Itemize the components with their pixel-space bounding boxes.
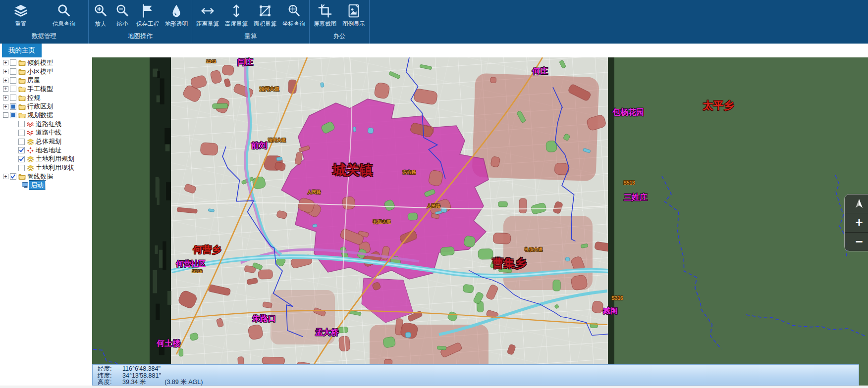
tree-item-label[interactable]: 道路中线 bbox=[34, 128, 63, 137]
layers-icon bbox=[26, 155, 34, 162]
toolbar-button-label: 坐标查询 bbox=[282, 20, 305, 28]
toolbar-button-label: 缩小 bbox=[117, 20, 128, 28]
layer-checkbox[interactable] bbox=[10, 103, 16, 110]
toolbar-button-distance-arrow[interactable]: 距离量算 bbox=[193, 0, 222, 31]
toolbar-button-zoom-in[interactable]: 放大 bbox=[90, 0, 111, 31]
tree-item-5[interactable]: +控规 bbox=[0, 94, 92, 102]
tree-item-label[interactable]: 地名地址 bbox=[34, 146, 63, 155]
tree-item-label[interactable]: 手工模型 bbox=[26, 85, 54, 94]
tree-item-14[interactable]: +管线数据 bbox=[0, 172, 92, 181]
toolbar-group-3: 距离量算高度量算面积量算坐标查询量算 bbox=[192, 0, 310, 44]
tree-item-label[interactable]: 行政区划 bbox=[26, 102, 54, 111]
area-polygon-icon bbox=[257, 3, 273, 19]
legend-image-icon bbox=[346, 3, 362, 19]
toolbar-button-legend-image[interactable]: 图例显示 bbox=[339, 0, 368, 31]
tree-item-label[interactable]: 倾斜模型 bbox=[26, 58, 54, 67]
layers-icon bbox=[26, 164, 34, 171]
tree-item-13[interactable]: 土地利用现状 bbox=[0, 163, 92, 172]
toolbar-button-area-polygon[interactable]: 面积量算 bbox=[251, 0, 279, 31]
expander-icon[interactable]: + bbox=[3, 69, 8, 74]
toolbar-group-label: 办公 bbox=[311, 31, 368, 44]
layer-checkbox[interactable] bbox=[18, 165, 25, 171]
toolbar-button-droplet[interactable]: 地形透明 bbox=[162, 0, 191, 31]
gis-application-window: 重置信息查询数据管理放大缩小保存工程地形透明地图操作距离量算高度量算面积量算坐标… bbox=[0, 0, 868, 388]
toolbar-button-label: 放大 bbox=[95, 20, 107, 28]
layer-checkbox[interactable] bbox=[10, 77, 16, 84]
tree-item-10[interactable]: 总体规划 bbox=[0, 137, 92, 146]
distance-arrow-icon bbox=[200, 3, 216, 19]
layer-checkbox[interactable] bbox=[18, 130, 25, 136]
tree-item-3[interactable]: +房屋 bbox=[0, 76, 92, 85]
toolbar-button-height-arrow[interactable]: 高度量算 bbox=[222, 0, 251, 31]
tree-item-8[interactable]: 道路红线 bbox=[0, 120, 92, 129]
expander-icon[interactable]: + bbox=[3, 78, 8, 83]
expander-icon[interactable]: + bbox=[3, 95, 8, 100]
tree-item-label[interactable]: 小区模型 bbox=[26, 67, 54, 76]
toolbar-button-label: 重置 bbox=[15, 20, 27, 28]
tree-item-label[interactable]: 总体规划 bbox=[34, 137, 63, 146]
layer-checkbox[interactable] bbox=[10, 86, 16, 92]
toolbar-group-4: 屏幕截图图例显示办公 bbox=[310, 0, 370, 44]
tree-item-7[interactable]: −规划数据 bbox=[0, 111, 92, 120]
folder-icon bbox=[18, 95, 26, 101]
tree-item-2[interactable]: +小区模型 bbox=[0, 67, 92, 76]
layer-checkbox[interactable] bbox=[18, 156, 25, 162]
layer-checkbox[interactable] bbox=[10, 173, 16, 180]
tree-item-label[interactable]: 控规 bbox=[26, 94, 42, 102]
status-latitude: 纬度: 34°13'58.881" bbox=[98, 373, 859, 380]
content-area: +倾斜模型+小区模型+房屋+手工模型+控规+行政区划−规划数据道路红线道路中线总… bbox=[0, 57, 868, 388]
toolbar-button-zoom-out[interactable]: 缩小 bbox=[111, 0, 133, 31]
toolbar-button-crop[interactable]: 屏幕截图 bbox=[311, 0, 339, 31]
tree-item-15[interactable]: 启动 bbox=[0, 181, 92, 190]
layer-checkbox[interactable] bbox=[18, 139, 25, 145]
tree-item-label[interactable]: 规划数据 bbox=[26, 111, 54, 120]
tree-item-11[interactable]: 地名地址 bbox=[0, 146, 92, 155]
tree-item-label[interactable]: 土地利用现状 bbox=[34, 163, 76, 172]
layers-icon bbox=[13, 3, 29, 19]
expander-icon[interactable]: + bbox=[3, 86, 8, 92]
toolbar-button-label: 高度量算 bbox=[225, 20, 248, 28]
folder-icon bbox=[18, 59, 26, 66]
status-longitude: 经度: 116°6'48.384" bbox=[98, 366, 859, 373]
expander-icon[interactable]: + bbox=[3, 60, 8, 65]
toolbar-button-search[interactable]: 信息查询 bbox=[41, 0, 87, 31]
toolbar-button-label: 信息查询 bbox=[53, 20, 75, 28]
toolbar-group-2: 放大缩小保存工程地形透明地图操作 bbox=[89, 0, 192, 44]
latitude-label: 纬度: bbox=[98, 373, 118, 380]
folder-icon bbox=[18, 77, 26, 84]
map-viewport[interactable]: 闫庄2343浍河大道何庄太平乡包杨花园前刘浍河大道城关镇S513三姓庄人民路人民… bbox=[92, 57, 868, 388]
layer-checkbox[interactable] bbox=[10, 59, 16, 66]
layer-checkbox[interactable] bbox=[10, 112, 16, 118]
toolbar-group-label: 量算 bbox=[193, 31, 308, 44]
tree-item-9[interactable]: 道路中线 bbox=[0, 129, 92, 138]
toolbar-button-coordinate-search[interactable]: 坐标查询 bbox=[279, 0, 308, 31]
tree-item-label[interactable]: 管线数据 bbox=[26, 172, 54, 181]
tree-item-label[interactable]: 启动 bbox=[29, 181, 45, 190]
window-bottom-edge bbox=[0, 386, 868, 388]
tree-item-label[interactable]: 道路红线 bbox=[34, 120, 63, 129]
expander-icon[interactable]: − bbox=[3, 112, 8, 118]
zoom-in-icon bbox=[93, 3, 108, 19]
layer-checkbox[interactable] bbox=[18, 121, 25, 127]
tree-item-label[interactable]: 房屋 bbox=[26, 76, 42, 85]
tree-item-6[interactable]: +行政区划 bbox=[0, 102, 92, 111]
longitude-value: 116°6'48.384" bbox=[122, 366, 161, 373]
tree-item-12[interactable]: 土地利用规划 bbox=[0, 155, 92, 164]
toolbar-button-flag[interactable]: 保存工程 bbox=[133, 0, 162, 31]
compass-button[interactable] bbox=[845, 194, 868, 213]
toolbar-group-1: 重置信息查询数据管理 bbox=[0, 0, 89, 44]
tree-item-1[interactable]: +倾斜模型 bbox=[0, 58, 92, 67]
zoom-in-button[interactable]: + bbox=[845, 213, 868, 232]
expander-icon[interactable]: + bbox=[3, 104, 8, 109]
toolbar-button-layers[interactable]: 重置 bbox=[1, 0, 41, 31]
tree-item-4[interactable]: +手工模型 bbox=[0, 85, 92, 94]
tree-item-label[interactable]: 土地利用规划 bbox=[34, 154, 76, 163]
expander-icon[interactable]: + bbox=[3, 174, 8, 179]
longitude-label: 经度: bbox=[98, 366, 118, 373]
crop-icon bbox=[317, 3, 333, 19]
layer-checkbox[interactable] bbox=[10, 68, 16, 75]
layer-checkbox[interactable] bbox=[10, 95, 16, 101]
tab-my-homepage[interactable]: 我的主页 bbox=[2, 44, 42, 57]
zoom-out-button[interactable]: − bbox=[845, 233, 868, 251]
layer-checkbox[interactable] bbox=[18, 147, 25, 153]
